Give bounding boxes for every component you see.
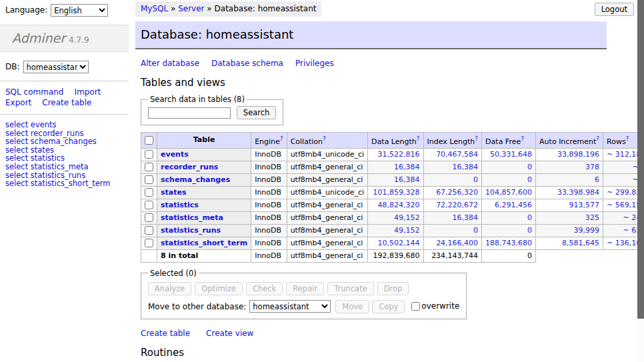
table-cell: 16,384 — [423, 161, 482, 173]
create-link[interactable]: Create view — [206, 329, 253, 338]
table-name-cell: recorder_runs — [157, 161, 251, 173]
database-action-link[interactable]: Database schema — [211, 59, 283, 68]
table-cell: 70,467,584 — [423, 148, 482, 161]
table-row: eventsInnoDButf8mb4_unicode_ci31,522,816… — [141, 148, 644, 161]
language-select[interactable]: English — [51, 4, 108, 17]
bulk-action-button[interactable]: Truncate — [327, 282, 374, 295]
row-checkbox[interactable] — [145, 213, 153, 222]
table-name-link[interactable]: recorder_runs — [161, 163, 218, 171]
select-all-checkbox[interactable] — [145, 136, 153, 145]
sidebar-menu-link[interactable]: Create table — [42, 98, 91, 107]
bulk-action-button[interactable]: Check — [246, 282, 283, 295]
help-link[interactable]: ? — [417, 135, 420, 142]
scrollbar-thumb[interactable] — [637, 0, 644, 319]
scrollbar-track[interactable] — [637, 0, 644, 362]
column-header-data-free: Data Free? — [482, 133, 536, 149]
sidebar-table-link[interactable]: select schema_changes — [5, 137, 123, 146]
row-checkbox[interactable] — [145, 226, 153, 235]
table-cell: utf8mb4_unicode_ci — [287, 148, 367, 161]
table-name-cell: statistics_meta — [157, 211, 251, 224]
table-name-link[interactable]: statistics_short_term — [161, 239, 247, 247]
row-checkbox[interactable] — [145, 150, 153, 159]
bulk-action-button[interactable]: Repair — [286, 282, 324, 295]
column-header-auto-increment: Auto Increment? — [536, 133, 603, 149]
breadcrumb-separator: » — [168, 4, 178, 13]
overwrite-checkbox[interactable] — [411, 302, 420, 311]
row-checkbox-cell — [141, 211, 157, 224]
column-help: ? — [521, 135, 524, 142]
table-cell: utf8mb4_unicode_ci — [287, 186, 367, 199]
move-button[interactable]: Move — [335, 300, 369, 313]
column-header-table: Table — [157, 133, 251, 149]
sidebar-menu-row: ExportCreate table — [5, 97, 123, 108]
total-cell: 234,143,744 — [423, 249, 482, 262]
bulk-action-button[interactable]: Analyze — [148, 282, 191, 295]
table-cell: utf8mb4_general_ci — [287, 173, 367, 186]
sidebar-menu-link[interactable]: Import — [74, 87, 101, 97]
sidebar-table-list: select eventsselect recorder_runsselect … — [0, 115, 129, 194]
row-checkbox[interactable] — [145, 163, 153, 171]
table-name-link[interactable]: statistics_meta — [161, 213, 223, 222]
table-cell: 0 — [423, 173, 482, 186]
table-name-link[interactable]: events — [161, 150, 189, 159]
total-cell: 0 — [482, 249, 536, 262]
db-select[interactable]: homeassistant — [23, 61, 89, 73]
selected-legend: Selected (0) — [148, 269, 199, 278]
help-link[interactable]: ? — [280, 135, 283, 142]
logout-button[interactable]: Logout — [595, 3, 634, 16]
copy-button[interactable]: Copy — [372, 300, 405, 313]
sidebar-menu-link[interactable]: SQL command — [5, 87, 63, 97]
table-row: statistics_runsInnoDButf8mb4_general_ci4… — [141, 224, 644, 237]
sidebar-table-link[interactable]: select events — [5, 121, 123, 129]
row-checkbox[interactable] — [145, 201, 153, 209]
table-cell: 48,824,320 — [368, 199, 423, 211]
table-cell: 16,384 — [368, 161, 423, 173]
table-body: eventsInnoDButf8mb4_unicode_ci31,522,816… — [141, 148, 644, 262]
total-cell: utf8mb4_general_ci — [287, 249, 367, 262]
overwrite-label: overwrite — [421, 301, 459, 311]
table-row: statisticsInnoDButf8mb4_general_ci48,824… — [141, 199, 644, 211]
search-fieldset: Search data in tables (8) Search — [141, 95, 283, 125]
column-header-label: Data Free — [485, 137, 521, 146]
sidebar-table-link[interactable]: select statistics_short_term — [5, 179, 123, 188]
help-link[interactable]: ? — [626, 135, 629, 142]
database-action-link[interactable]: Alter database — [141, 59, 199, 68]
table-row: schema_changesInnoDButf8mb4_general_ci16… — [141, 173, 644, 186]
bulk-action-button[interactable]: Drop — [377, 282, 409, 295]
create-link[interactable]: Create table — [141, 329, 190, 338]
row-checkbox-cell — [141, 186, 157, 199]
row-checkbox[interactable] — [145, 188, 153, 197]
help-link[interactable]: ? — [521, 135, 524, 142]
sidebar-table-link[interactable]: select statistics_meta — [5, 163, 123, 171]
sidebar-menu-link[interactable]: Export — [5, 98, 31, 107]
column-help: ? — [417, 135, 420, 142]
search-button[interactable]: Search — [237, 106, 277, 119]
search-input[interactable] — [148, 107, 231, 119]
bulk-action-button[interactable]: Optimize — [195, 282, 243, 295]
row-checkbox[interactable] — [145, 175, 153, 184]
tables-heading: Tables and views — [141, 77, 601, 89]
help-link[interactable]: ? — [323, 135, 326, 142]
table-name-link[interactable]: statistics — [161, 201, 199, 209]
breadcrumb-link[interactable]: Server — [178, 4, 204, 13]
table-cell: 101,859,328 — [368, 186, 423, 199]
table-cell: 6,291,456 — [482, 199, 536, 211]
table-name-link[interactable]: schema_changes — [161, 175, 230, 184]
table-name-cell: statistics_runs — [157, 224, 251, 237]
table-name-link[interactable]: states — [161, 188, 187, 197]
table-cell: InnoDB — [251, 211, 287, 224]
help-link[interactable]: ? — [475, 135, 478, 142]
table-name-cell: events — [157, 148, 251, 161]
row-checkbox[interactable] — [145, 239, 153, 247]
table-cell: 72,220,672 — [423, 199, 482, 211]
column-header-label: Data Length — [371, 137, 417, 146]
table-cell: utf8mb4_general_ci — [287, 211, 367, 224]
table-name-link[interactable]: statistics_runs — [161, 226, 221, 235]
row-checkbox-cell — [141, 199, 157, 211]
breadcrumb-link[interactable]: MySQL — [141, 4, 168, 13]
help-link[interactable]: ? — [596, 135, 599, 142]
database-action-link[interactable]: Privileges — [295, 59, 334, 68]
move-database-select[interactable]: homeassistant — [249, 300, 331, 313]
table-cell: 31,522,816 — [368, 148, 423, 161]
table-cell: 0 — [482, 161, 536, 173]
